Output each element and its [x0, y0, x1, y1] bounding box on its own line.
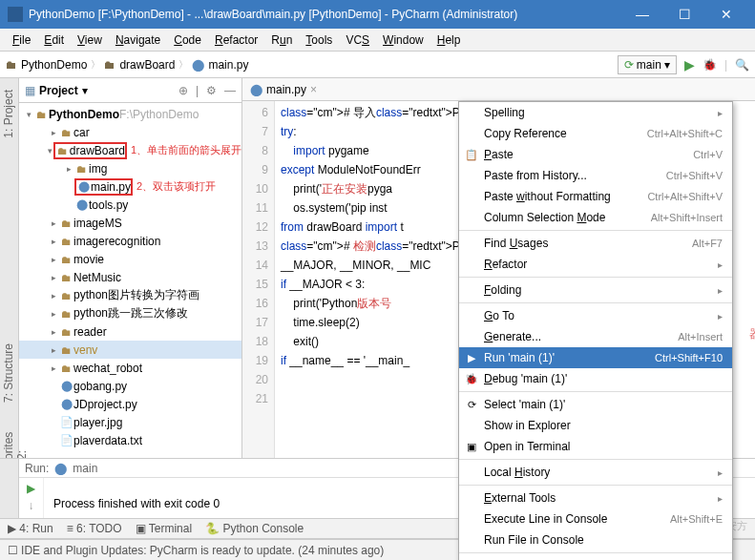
menu-icon: ▣	[464, 441, 479, 453]
menu-item[interactable]: Folding ▸	[459, 280, 732, 301]
tree-item[interactable]: ▸🖿wechat_robot	[19, 359, 241, 377]
menu-item[interactable]: ⇄ Compare with Clipboard	[459, 555, 732, 560]
tree-item[interactable]: ▸🖿img	[19, 159, 241, 177]
status-message: IDE and Plugin Updates: PyCharm is ready…	[21, 544, 384, 557]
menu-item[interactable]: Generate... Alt+Insert	[459, 326, 732, 347]
menu-label: Show in Explorer	[484, 419, 723, 432]
tree-item[interactable]: ▸🖿imagerecognition	[19, 232, 241, 250]
tree-item[interactable]: ▸🖿python图片转换为字符画	[19, 286, 241, 304]
chevron-down-icon[interactable]: ▾	[82, 84, 88, 97]
tool-run[interactable]: ▶ 4: Run	[8, 522, 53, 535]
menu-item[interactable]: Find Usages Alt+F7	[459, 233, 732, 254]
crumb-c[interactable]: main.py	[208, 58, 248, 72]
project-icon: ▦	[25, 84, 35, 97]
close-button[interactable]: ✕	[705, 0, 747, 29]
close-tab-icon[interactable]: ×	[310, 83, 317, 96]
menu-file[interactable]: File	[6, 31, 37, 50]
sidetab-structure[interactable]: 7: Structure	[0, 336, 17, 410]
tree-item[interactable]: ⬤main.py2、双击该项打开	[19, 177, 241, 196]
tree-item[interactable]: ⬤gobang.py	[19, 377, 241, 395]
context-menu[interactable]: Spelling ▸ Copy Reference Ctrl+Alt+Shift…	[458, 101, 733, 560]
menu-icon: 🐞	[464, 373, 479, 385]
menu-item[interactable]: 🐞 Debug 'main (1)'	[459, 368, 732, 389]
collapse-icon[interactable]: ⊕	[178, 84, 188, 97]
folder-icon: 🖿	[6, 58, 17, 72]
crumb-a[interactable]: PythonDemo	[21, 58, 87, 72]
project-title[interactable]: Project	[39, 84, 78, 97]
tool-pyconsole[interactable]: 🐍 Python Console	[205, 522, 304, 535]
tree-item[interactable]: ▸🖿movie	[19, 250, 241, 268]
menu-run[interactable]: Run	[264, 31, 299, 50]
tree-item[interactable]: ▸🖿NetMusic	[19, 268, 241, 286]
tree-root[interactable]: ▾🖿PythonDemo F:\PythonDemo	[19, 105, 241, 123]
project-tree[interactable]: ▾🖿PythonDemo F:\PythonDemo▸🖿car▾🖿drawBoa…	[19, 103, 241, 488]
tree-item[interactable]: ▸🖿python跳一跳三次修改	[19, 304, 241, 322]
menu-refactor[interactable]: Refactor	[208, 31, 264, 50]
menu-item[interactable]: 📋 Paste Ctrl+V	[459, 144, 732, 165]
breadcrumb[interactable]: 🖿 PythonDemo 〉 🖿 drawBoard 〉 ⬤ main.py	[6, 58, 248, 72]
menu-item[interactable]: Go To ▸	[459, 305, 732, 326]
menu-tools[interactable]: Tools	[299, 31, 339, 50]
line-gutter: 6789101112131415161718192021	[242, 101, 275, 488]
tree-item[interactable]: ⬤tools.py	[19, 196, 241, 214]
menu-label: Folding	[484, 283, 718, 297]
tree-item[interactable]: 📄player.jpg	[19, 413, 241, 431]
divider-icon: |	[196, 84, 199, 97]
submenu-arrow-icon: ▸	[718, 285, 723, 296]
menu-shortcut: Alt+Shift+Insert	[651, 212, 723, 223]
debug-button[interactable]: 🐞	[703, 58, 717, 72]
menu-item[interactable]: ⟳ Select 'main (1)'	[459, 394, 732, 415]
menu-code[interactable]: Code	[167, 31, 208, 50]
sidetab-project[interactable]: 1: Project	[0, 82, 17, 146]
menu-item[interactable]: External Tools ▸	[459, 487, 732, 508]
tree-item[interactable]: ▸🖿venv	[19, 341, 241, 359]
menu-item[interactable]: Copy Reference Ctrl+Alt+Shift+C	[459, 123, 732, 144]
run-config-selector[interactable]: ⟳ main ▾	[618, 55, 677, 74]
menu-edit[interactable]: Edit	[37, 31, 71, 50]
menu-shortcut: Ctrl+V	[693, 149, 723, 160]
menu-item[interactable]: Paste without Formatting Ctrl+Alt+Shift+…	[459, 186, 732, 207]
menu-shortcut: Alt+Insert	[678, 331, 723, 342]
toolbar-right: ⟳ main ▾ ▶ 🐞 | 🔍	[618, 55, 749, 74]
tree-item[interactable]: ▾🖿drawBoard1、单击前面的箭头展开	[19, 141, 241, 159]
tree-item[interactable]: ▸🖿imageMS	[19, 214, 241, 232]
menu-label: Open in Terminal	[484, 440, 723, 453]
menu-view[interactable]: View	[71, 31, 109, 50]
menu-item[interactable]: ▶ Run 'main (1)' Ctrl+Shift+F10	[459, 347, 732, 368]
tree-item[interactable]: 📄plaverdata.txt	[19, 431, 241, 449]
menu-icon: ▶	[464, 352, 479, 364]
gear-icon[interactable]: ⚙	[206, 84, 217, 97]
stop-button[interactable]: ↓	[29, 499, 34, 512]
menu-label: Paste	[484, 148, 693, 161]
hide-icon[interactable]: —	[224, 84, 236, 97]
menu-window[interactable]: Window	[376, 31, 430, 50]
rerun-button[interactable]: ▶	[27, 482, 35, 495]
submenu-arrow-icon: ▸	[718, 311, 723, 321]
tree-item[interactable]: ⬤JDproject.py	[19, 395, 241, 413]
editor-tab[interactable]: ⬤ main.py ×	[242, 78, 755, 101]
menu-item[interactable]: Refactor ▸	[459, 254, 732, 275]
menu-label: Copy Reference	[484, 127, 647, 140]
menu-item[interactable]: Execute Line in Console Alt+Shift+E	[459, 508, 732, 529]
menu-item[interactable]: Spelling ▸	[459, 102, 732, 123]
menu-item[interactable]: Show in Explorer	[459, 415, 732, 436]
run-button[interactable]: ▶	[684, 57, 695, 73]
menu-navigate[interactable]: Navigate	[109, 31, 167, 50]
search-button[interactable]: 🔍	[735, 58, 749, 72]
menu-help[interactable]: Help	[430, 31, 468, 50]
crumb-b[interactable]: drawBoard	[119, 58, 175, 72]
menu-item[interactable]: Run File in Console	[459, 529, 732, 550]
tree-item[interactable]: ▸🖿car	[19, 123, 241, 141]
output-text: Process finished with exit code 0	[53, 497, 220, 510]
tool-terminal[interactable]: ▣ Terminal	[136, 522, 192, 535]
menu-item[interactable]: Local History ▸	[459, 462, 732, 483]
nav-bar: 🖿 PythonDemo 〉 🖿 drawBoard 〉 ⬤ main.py ⟳…	[0, 52, 755, 78]
minimize-button[interactable]: —	[621, 0, 663, 29]
tool-todo[interactable]: ≡ 6: TODO	[67, 522, 122, 535]
menu-vcs[interactable]: VCS	[339, 31, 376, 50]
menu-item[interactable]: Column Selection Mode Alt+Shift+Insert	[459, 207, 732, 228]
tree-item[interactable]: ▸🖿reader	[19, 322, 241, 341]
menu-item[interactable]: Paste from History... Ctrl+Shift+V	[459, 165, 732, 186]
menu-item[interactable]: ▣ Open in Terminal	[459, 436, 732, 457]
maximize-button[interactable]: ☐	[663, 0, 705, 29]
